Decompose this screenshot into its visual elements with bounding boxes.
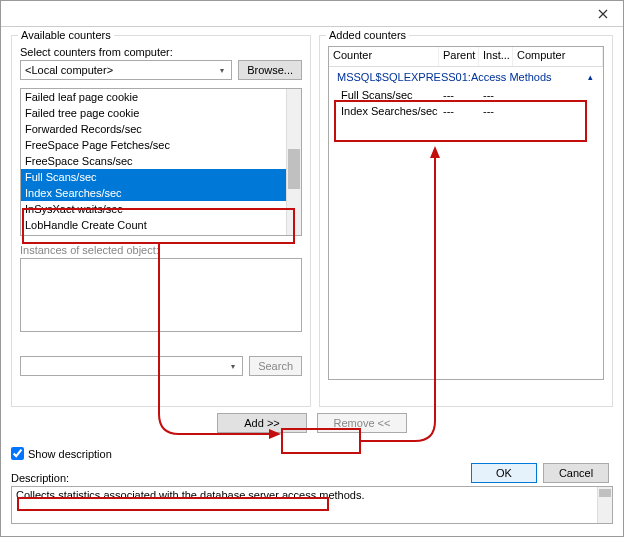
chevron-down-icon: ▾: [226, 359, 240, 373]
search-combo[interactable]: ▾: [20, 356, 243, 376]
added-counters-label: Added counters: [326, 29, 409, 41]
available-counters-label: Available counters: [18, 29, 114, 41]
list-item[interactable]: Failed tree page cookie: [21, 105, 286, 121]
col-counter[interactable]: Counter: [329, 47, 439, 66]
table-row[interactable]: Full Scans/sec------: [333, 87, 599, 103]
added-counters-group: Added counters Counter Parent Inst... Co…: [319, 35, 613, 407]
list-item[interactable]: Full Scans/sec: [21, 169, 286, 185]
show-description-checkbox[interactable]: [11, 447, 24, 460]
list-item[interactable]: Failed leaf page cookie: [21, 89, 286, 105]
chevron-down-icon: ▾: [215, 63, 229, 77]
dialog-body: Available counters Select counters from …: [1, 27, 623, 536]
dialog-window: Available counters Select counters from …: [0, 0, 624, 537]
add-button[interactable]: Add >>: [217, 413, 307, 433]
columns: Available counters Select counters from …: [11, 35, 613, 407]
select-computer-label: Select counters from computer:: [20, 46, 302, 58]
counters-listbox[interactable]: Failed leaf page cookieFailed tree page …: [20, 88, 302, 236]
search-button[interactable]: Search: [249, 356, 302, 376]
add-remove-row: Add >> Remove <<: [11, 413, 613, 433]
remove-button[interactable]: Remove <<: [317, 413, 407, 433]
list-item[interactable]: FreeSpace Scans/sec: [21, 153, 286, 169]
list-item[interactable]: FreeSpace Page Fetches/sec: [21, 137, 286, 153]
computer-combo[interactable]: <Local computer> ▾: [20, 60, 232, 80]
grid-group-row[interactable]: MSSQL$SQLEXPRESS01:Access Methods ▴: [333, 69, 599, 87]
table-row[interactable]: Index Searches/sec------: [333, 103, 599, 119]
grid-body: MSSQL$SQLEXPRESS01:Access Methods ▴ Full…: [329, 67, 603, 379]
description-box[interactable]: Collects statistics associated with the …: [11, 486, 613, 524]
col-computer[interactable]: Computer: [513, 47, 603, 66]
instances-label: Instances of selected object:: [20, 244, 302, 256]
ok-button[interactable]: OK: [471, 463, 537, 483]
instances-listbox[interactable]: [20, 258, 302, 332]
grid-header: Counter Parent Inst... Computer: [329, 47, 603, 67]
added-counters-grid[interactable]: Counter Parent Inst... Computer MSSQL$SQ…: [328, 46, 604, 380]
caret-up-icon[interactable]: ▴: [588, 72, 593, 82]
col-inst[interactable]: Inst...: [479, 47, 513, 66]
list-item[interactable]: InSysXact waits/sec: [21, 201, 286, 217]
description-text: Collects statistics associated with the …: [16, 489, 365, 501]
computer-combo-value: <Local computer>: [25, 64, 113, 76]
titlebar: [1, 1, 623, 27]
list-item[interactable]: LobHandle Create Count: [21, 217, 286, 233]
ok-cancel-row: OK Cancel: [471, 463, 609, 483]
description-scrollbar[interactable]: [597, 487, 612, 523]
window-close-button[interactable]: [583, 1, 623, 27]
close-icon: [598, 9, 608, 19]
listbox-scrollbar[interactable]: [286, 89, 301, 235]
col-parent[interactable]: Parent: [439, 47, 479, 66]
show-description-row: Show description: [11, 447, 613, 460]
cancel-button[interactable]: Cancel: [543, 463, 609, 483]
available-counters-group: Available counters Select counters from …: [11, 35, 311, 407]
browse-button[interactable]: Browse...: [238, 60, 302, 80]
show-description-label: Show description: [28, 448, 112, 460]
list-item[interactable]: Index Searches/sec: [21, 185, 286, 201]
list-item[interactable]: Forwarded Records/sec: [21, 121, 286, 137]
